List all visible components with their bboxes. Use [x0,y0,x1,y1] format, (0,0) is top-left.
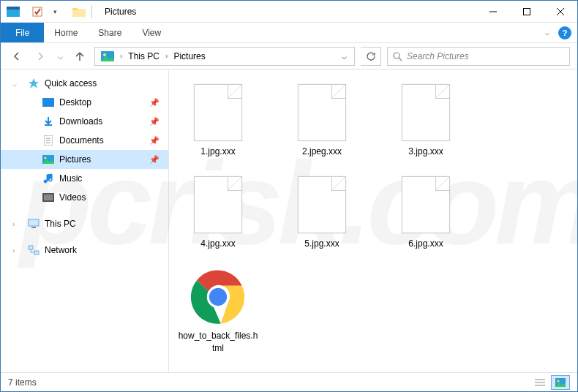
refresh-button[interactable] [361,47,381,66]
nav-network[interactable]: › Network [1,241,168,260]
forward-button[interactable] [31,48,49,65]
pin-icon: 📌 [149,136,159,146]
crumb-sep-icon[interactable]: › [119,52,124,60]
blank-file-icon [397,175,454,235]
crumb-sep-icon[interactable]: › [164,52,169,60]
titlebar: ▾ Pictures [1,1,577,23]
downloads-icon [42,116,55,127]
file-item[interactable]: 2.jpeg.xxx [282,83,362,157]
file-label: 6.jpg.xxx [408,238,443,249]
file-item[interactable]: how_to_back_files.html [178,267,258,353]
file-item[interactable]: 3.jpg.xxx [386,83,466,157]
crumb-pictures[interactable]: Pictures [169,48,209,65]
nav-label: Documents [59,135,104,146]
folder-icon [71,4,87,19]
ribbon-tabs: File Home Share View ⌵ ? [1,23,577,43]
pin-icon: 📌 [149,155,159,165]
tab-view[interactable]: View [132,23,171,42]
navigation-bar: ⌵ › This PC › Pictures ⌵ [1,43,577,69]
network-icon [27,244,40,256]
pin-icon: 📌 [149,98,159,108]
blank-file-icon [293,175,350,235]
status-bar: 7 items [1,372,577,391]
file-label: 4.jpg.xxx [200,238,235,249]
address-dropdown-icon[interactable]: ⌵ [336,51,353,61]
nav-label: Quick access [45,78,97,88]
ribbon-expand-icon[interactable]: ⌵ [542,26,552,39]
blank-file-icon [189,83,247,143]
svg-point-27 [209,288,227,306]
svg-point-9 [103,53,106,56]
svg-rect-12 [42,98,54,107]
back-button[interactable] [8,48,26,65]
file-item[interactable]: 6.jpg.xxx [386,175,466,249]
file-label: 5.jpg.xxx [304,238,339,249]
nav-videos[interactable]: Videos [1,188,168,207]
nav-label: Videos [59,192,86,203]
search-icon [392,51,402,61]
file-label: 1.jpg.xxx [200,146,235,157]
nav-desktop[interactable]: Desktop 📌 [1,93,168,112]
svg-point-18 [45,157,47,159]
svg-line-11 [399,58,402,61]
file-item[interactable]: 5.jpg.xxx [282,175,362,249]
svg-rect-5 [524,8,530,15]
details-view-button[interactable] [530,375,549,390]
explorer-icon [5,4,21,19]
documents-icon [42,135,55,146]
window-title: Pictures [105,7,136,17]
nav-label: Music [59,173,82,184]
svg-rect-0 [7,10,20,17]
svg-rect-20 [44,195,53,200]
search-box[interactable] [387,47,570,66]
chrome-icon [189,267,247,327]
tab-home[interactable]: Home [44,23,88,42]
address-bar[interactable]: › This PC › Pictures ⌵ [94,47,355,66]
file-label: 3.jpg.xxx [408,146,443,157]
nav-label: Network [45,245,77,255]
svg-rect-24 [34,251,39,255]
blank-file-icon [189,175,247,235]
this-pc-icon [27,218,40,230]
nav-pictures[interactable]: Pictures 📌 [1,150,168,169]
up-button[interactable] [71,48,89,65]
history-dropdown-icon[interactable]: ⌵ [55,51,65,61]
crumb-pictures-icon[interactable] [97,48,119,65]
nav-documents[interactable]: Documents 📌 [1,131,168,150]
desktop-icon [42,97,55,108]
large-icons-view-button[interactable] [551,375,570,390]
nav-downloads[interactable]: Downloads 📌 [1,112,168,131]
pin-icon: 📌 [149,117,159,127]
expand-icon[interactable]: › [12,220,15,228]
svg-rect-1 [7,7,20,10]
navigation-pane: ⌵ Quick access Desktop 📌 Downloads 📌 Doc… [1,69,169,372]
minimize-button[interactable] [476,1,510,23]
crumb-this-pc[interactable]: This PC [124,48,164,65]
qat-chevron-down-icon[interactable]: ▾ [47,4,63,19]
nav-label: Pictures [59,154,91,165]
svg-rect-3 [72,10,86,17]
svg-rect-22 [31,227,36,228]
close-button[interactable] [544,1,577,23]
quick-access-icon [27,78,40,89]
svg-rect-23 [29,246,33,249]
help-icon[interactable]: ? [558,26,571,39]
expand-icon[interactable]: ⌵ [12,80,17,88]
file-view[interactable]: 1.jpg.xxx2.jpeg.xxx3.jpg.xxx4.jpg.xxx5.j… [169,69,577,372]
tab-share[interactable]: Share [88,23,132,42]
tab-file[interactable]: File [1,23,44,42]
nav-this-pc[interactable]: › This PC [1,214,168,233]
svg-rect-21 [29,219,39,226]
maximize-button[interactable] [510,1,544,23]
search-input[interactable] [407,51,565,61]
nav-music[interactable]: Music [1,169,168,188]
file-item[interactable]: 4.jpg.xxx [178,175,258,249]
status-item-count: 7 items [8,377,37,388]
expand-icon[interactable]: › [12,246,15,255]
blank-file-icon [397,83,454,143]
blank-file-icon [293,83,350,143]
qat-properties-icon[interactable] [29,4,45,19]
nav-quick-access[interactable]: ⌵ Quick access [1,74,168,93]
nav-label: Desktop [59,97,91,108]
file-item[interactable]: 1.jpg.xxx [178,83,258,157]
